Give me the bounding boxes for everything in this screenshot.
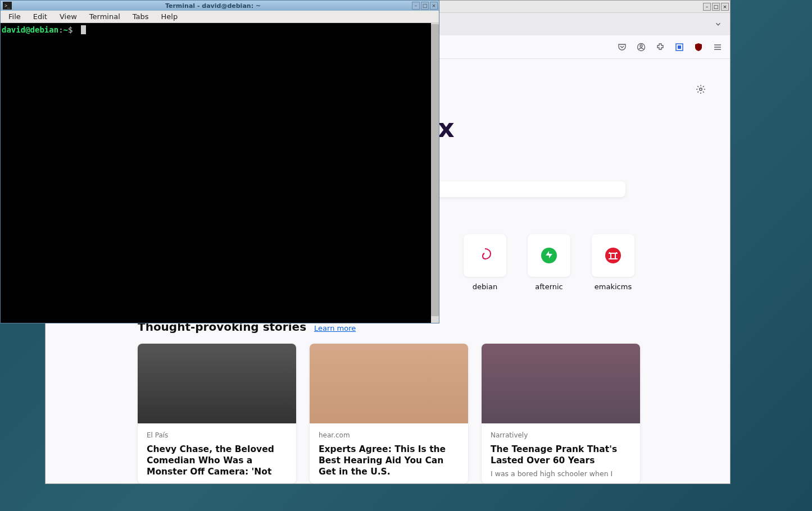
menu-edit[interactable]: Edit <box>28 11 53 22</box>
stories-section: Thought-provoking stories Learn more El … <box>138 320 700 483</box>
story-image <box>310 344 468 423</box>
shortcut-afternic[interactable]: afternic <box>528 234 570 291</box>
svg-point-4 <box>700 88 702 91</box>
story-source: hear.com <box>319 431 459 439</box>
prompt-separator: : <box>58 25 63 34</box>
terminal-title: Terminal - david@debian: ~ <box>14 2 412 10</box>
story-image <box>138 344 296 423</box>
menu-file[interactable]: File <box>3 11 26 22</box>
terminal-menubar: File Edit View Terminal Tabs Help <box>1 11 439 23</box>
app-menu-icon[interactable] <box>710 39 725 55</box>
ublock-icon[interactable] <box>691 39 706 55</box>
story-card[interactable]: El País Chevy Chase, the Beloved Comedia… <box>138 344 296 483</box>
tab-list-button[interactable] <box>713 19 723 29</box>
extensions-icon[interactable] <box>652 39 668 55</box>
story-title: Chevy Chase, the Beloved Comedian Who Wa… <box>147 444 287 477</box>
shortcut-label: emakicms <box>595 282 632 291</box>
shortcut-emakicms[interactable]: emakicms <box>592 234 634 291</box>
story-title: Experts Agree: This Is the Best Hearing … <box>319 444 459 477</box>
story-card[interactable]: Narratively The Teenage Prank That's Las… <box>482 344 640 483</box>
prompt-dollar: $ <box>68 25 72 34</box>
menu-tabs[interactable]: Tabs <box>127 11 155 22</box>
terminal-body[interactable]: david@debian:~$ <box>1 23 431 323</box>
container-icon[interactable] <box>672 39 687 55</box>
story-card[interactable]: hear.com Experts Agree: This Is the Best… <box>310 344 468 483</box>
terminal-app-icon <box>3 2 12 10</box>
terminal-minimize-button[interactable]: – <box>412 2 420 10</box>
svg-rect-3 <box>678 45 681 49</box>
terminal-window: Terminal - david@debian: ~ – □ × File Ed… <box>0 0 439 323</box>
shortcut-tile <box>464 234 506 277</box>
svg-point-1 <box>640 45 642 47</box>
shortcut-debian[interactable]: debian <box>464 234 506 291</box>
story-source: Narratively <box>491 431 631 439</box>
terminal-close-button[interactable]: × <box>430 2 438 10</box>
top-sites: debian afternic emakicms <box>464 234 634 291</box>
terminal-maximize-button[interactable]: □ <box>421 2 429 10</box>
terminal-scrollbar[interactable] <box>431 23 439 323</box>
story-title: The Teenage Prank That's Lasted Over 60 … <box>491 444 631 466</box>
menu-view[interactable]: View <box>54 11 83 22</box>
pocket-icon[interactable] <box>614 39 630 55</box>
terminal-titlebar[interactable]: Terminal - david@debian: ~ – □ × <box>1 1 439 11</box>
browser-minimize-button[interactable]: – <box>703 3 711 11</box>
account-icon[interactable] <box>633 39 649 55</box>
browser-maximize-button[interactable]: □ <box>712 3 720 11</box>
settings-gear-icon[interactable] <box>693 81 709 97</box>
shortcut-label: debian <box>473 282 497 291</box>
learn-more-link[interactable]: Learn more <box>314 324 356 332</box>
shortcut-tile <box>528 234 570 277</box>
firefox-logo-text: x <box>438 113 455 143</box>
menu-terminal[interactable]: Terminal <box>84 11 126 22</box>
shortcut-label: afternic <box>535 282 563 291</box>
browser-close-button[interactable]: × <box>721 3 729 11</box>
prompt-path: ~ <box>63 25 68 34</box>
story-source: El País <box>147 431 287 439</box>
story-image <box>482 344 640 423</box>
story-subtitle: I was a bored high schooler when I <box>491 469 631 478</box>
svg-point-6 <box>605 248 621 263</box>
scrollbar-thumb[interactable] <box>431 24 439 316</box>
prompt-user: david@debian <box>2 25 58 34</box>
terminal-cursor <box>81 25 86 34</box>
menu-help[interactable]: Help <box>156 11 184 22</box>
shortcut-tile <box>592 234 634 277</box>
